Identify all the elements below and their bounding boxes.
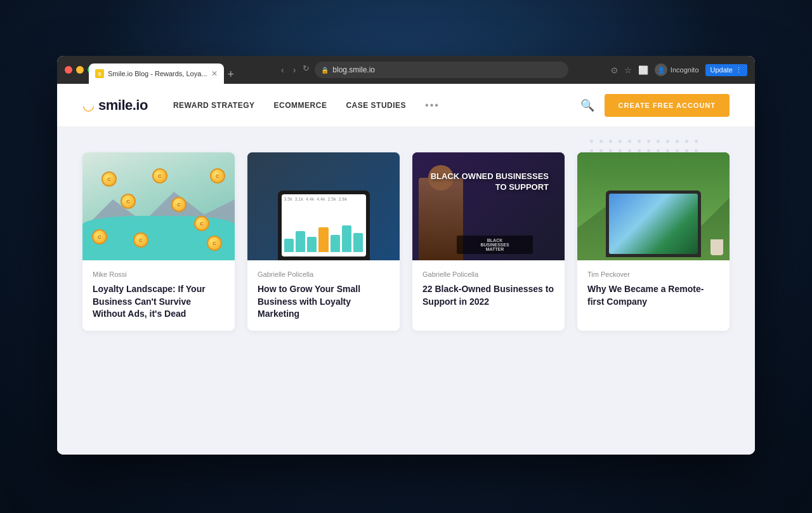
extensions-icon[interactable]: ⬜ [638, 65, 648, 75]
tab-close-btn[interactable]: ✕ [211, 69, 218, 78]
bookmark-icon[interactable]: ☆ [624, 65, 632, 75]
overlay-text: BLACK OWNED BUSINESSES TO SUPPORT [422, 171, 549, 193]
nav-link-case-studies[interactable]: CASE STUDIES [346, 101, 406, 110]
coin-icon: C [152, 168, 167, 183]
card-body-3: Gabrielle Policella 22 Black-Owned Busin… [412, 260, 565, 318]
tab-label: Smile.io Blog - Rewards, Loya... [108, 70, 207, 77]
update-button[interactable]: Update ⋮ [705, 64, 747, 76]
coin-icon: C [210, 168, 225, 183]
site-navigation: ◡ smile.io REWARD STRATEGY ECOMMERCE CAS… [57, 84, 755, 127]
incognito-avatar: 👤 [655, 63, 667, 76]
site-logo[interactable]: ◡ smile.io [82, 97, 148, 114]
card-author-1: Mike Rossi [93, 270, 225, 278]
browser-chrome: S Smile.io Blog - Rewards, Loya... ✕ + ‹… [57, 56, 755, 84]
nav-links: REWARD STRATEGY ECOMMERCE CASE STUDIES •… [173, 100, 580, 111]
cards-grid: C C C C C C C C C Mike Rossi Loyalty Lan… [82, 152, 730, 331]
article-card-2[interactable]: 3.5k3.1k4.4k4.4k2.5k2.6k [247, 152, 400, 331]
lock-icon: 🔒 [321, 67, 329, 74]
coin-icon: C [102, 171, 117, 187]
card-author-4: Tim Peckover [587, 270, 719, 278]
laptop-illustration: 3.5k3.1k4.4k4.4k2.5k2.6k [278, 190, 370, 260]
coin-icon: C [207, 236, 222, 251]
address-bar[interactable]: 🔒 blog.smile.io [315, 62, 568, 78]
forward-btn[interactable]: › [290, 63, 299, 76]
back-btn[interactable]: ‹ [278, 63, 287, 76]
coin-icon: C [92, 229, 107, 244]
card-image-4 [577, 152, 730, 260]
incognito-badge: 👤 Incognito [655, 63, 699, 76]
logo-text: smile.io [98, 97, 148, 114]
close-window-btn[interactable] [65, 66, 72, 74]
search-button[interactable]: 🔍 [580, 98, 594, 112]
card-author-2: Gabrielle Policella [258, 270, 390, 278]
cast-icon[interactable]: ⊙ [611, 65, 618, 75]
minimize-window-btn[interactable] [76, 66, 84, 74]
create-account-button[interactable]: CREATE FREE ACCOUNT [605, 94, 730, 117]
coin-icon: C [171, 197, 187, 212]
update-label: Update [710, 66, 733, 74]
browser-nav: ‹ › ↻ [278, 63, 310, 76]
card-image-1: C C C C C C C C C [82, 152, 235, 260]
coin-icon: C [133, 232, 148, 248]
article-card-1[interactable]: C C C C C C C C C Mike Rossi Loyalty Lan… [82, 152, 235, 331]
browser-window: S Smile.io Blog - Rewards, Loya... ✕ + ‹… [57, 56, 755, 455]
website-content: ◡ smile.io REWARD STRATEGY ECOMMERCE CAS… [57, 84, 755, 455]
nav-more-btn[interactable]: ••• [425, 100, 440, 111]
card-image-3: BLACKBUSINESSESMATTER BLACK OWNED BUSINE… [412, 152, 565, 260]
update-menu-icon: ⋮ [735, 66, 742, 74]
incognito-label: Incognito [671, 66, 699, 74]
card-body-1: Mike Rossi Loyalty Landscape: If Your Bu… [82, 260, 235, 331]
card-body-2: Gabrielle Policella How to Grow Your Sma… [247, 260, 400, 331]
card-title-2: How to Grow Your Small Business with Loy… [258, 283, 390, 321]
card-image-2: 3.5k3.1k4.4k4.4k2.5k2.6k [247, 152, 400, 260]
reload-btn[interactable]: ↻ [303, 63, 310, 76]
logo-icon: ◡ [82, 97, 95, 114]
card-title-3: 22 Black-Owned Businesses to Support in … [422, 283, 554, 308]
browser-toolbar-right: ⊙ ☆ ⬜ 👤 Incognito Update ⋮ [611, 63, 747, 76]
url-text: blog.smile.io [332, 65, 375, 74]
nav-right: 🔍 CREATE FREE ACCOUNT [580, 94, 730, 117]
article-card-4[interactable]: Tim Peckover Why We Became a Remote-firs… [577, 152, 730, 331]
nav-link-reward-strategy[interactable]: REWARD STRATEGY [173, 101, 255, 110]
article-card-3[interactable]: BLACKBUSINESSESMATTER BLACK OWNED BUSINE… [412, 152, 565, 331]
browser-tab[interactable]: S Smile.io Blog - Rewards, Loya... ✕ [89, 63, 224, 84]
card-title-1: Loyalty Landscape: If Your Business Can'… [93, 283, 225, 321]
card-author-3: Gabrielle Policella [422, 270, 554, 278]
coin-icon: C [121, 194, 136, 209]
card-title-4: Why We Became a Remote-first Company [587, 283, 719, 308]
macbook-illustration [606, 190, 701, 257]
card-body-4: Tim Peckover Why We Became a Remote-firs… [577, 260, 730, 318]
new-tab-btn[interactable]: + [228, 69, 235, 80]
tab-favicon: S [95, 69, 104, 78]
coin-icon: C [194, 216, 209, 231]
nav-link-ecommerce[interactable]: ECOMMERCE [274, 101, 327, 110]
site-main: C C C C C C C C C Mike Rossi Loyalty Lan… [57, 127, 755, 455]
